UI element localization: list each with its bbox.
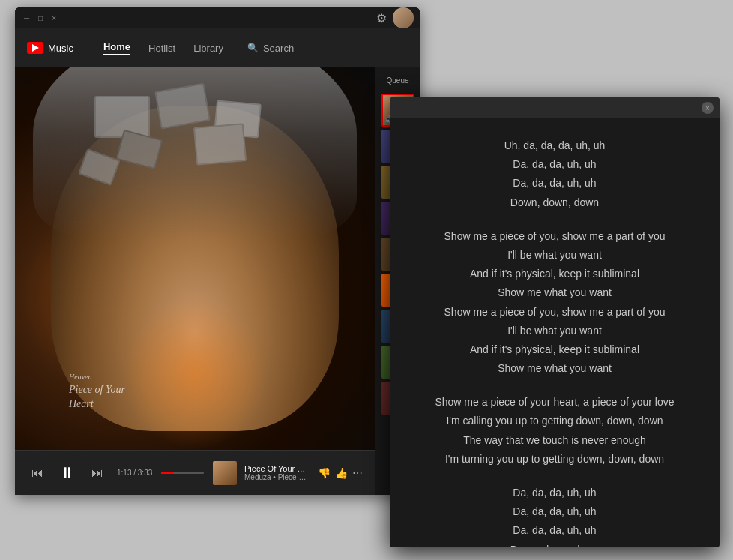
- lyric-line: I'll be what you want: [414, 322, 696, 340]
- track-artist: Meduza • Piece Of Your Heart • 2019: [244, 473, 310, 481]
- dislike-button[interactable]: 👎: [318, 467, 331, 479]
- skip-forward-button[interactable]: ⏭: [87, 463, 108, 484]
- youtube-music-window: ─ □ × ⚙ Music Home Hotlist Library 🔍 Sea…: [15, 7, 420, 495]
- lyric-line: Da, da, da, uh, uh: [414, 174, 696, 193]
- nav-hotlist[interactable]: Hotlist: [148, 43, 175, 54]
- logo-text: Music: [48, 43, 73, 54]
- lyrics-close-button[interactable]: ×: [702, 102, 714, 114]
- lyric-line: Uh, da, da, da, uh, uh: [414, 136, 696, 155]
- lyric-line: I'm calling you up to getting down, down…: [414, 412, 696, 430]
- settings-icon[interactable]: ⚙: [376, 11, 387, 25]
- progress-bar[interactable]: [161, 472, 204, 474]
- album-art-display: Heaven Piece of Your Heart: [15, 67, 375, 450]
- lyric-line: Down, down, down: [414, 193, 696, 212]
- lyric-line: Down, down, down: [414, 541, 696, 547]
- nav-library[interactable]: Library: [193, 43, 223, 54]
- pause-button[interactable]: ⏸: [57, 463, 78, 484]
- window-titlebar: ─ □ × ⚙: [15, 7, 420, 28]
- time-display: 1:13 / 3:33: [117, 469, 152, 477]
- search-label: Search: [263, 43, 294, 54]
- track-actions: 👎 👍 ⋯: [318, 467, 363, 479]
- video-player[interactable]: Heaven Piece of Your Heart: [15, 67, 375, 450]
- track-thumbnail: [213, 461, 237, 485]
- yt-music-logo: Music: [27, 42, 73, 54]
- lyric-line: Show me a piece of you, show me a part o…: [414, 303, 696, 322]
- lyric-line: Da, da, da, uh, uh: [414, 484, 696, 502]
- cameras-overlay: [69, 87, 321, 278]
- user-avatar[interactable]: [393, 7, 414, 28]
- youtube-icon: [27, 42, 43, 54]
- search-box[interactable]: 🔍 Search: [247, 43, 294, 54]
- lyric-line: Show me a piece of your heart, a piece o…: [414, 393, 696, 412]
- lyric-spacer: [414, 212, 696, 227]
- search-icon: 🔍: [247, 43, 259, 53]
- queue-header: Queue: [386, 73, 408, 91]
- navigation-bar: Music Home Hotlist Library 🔍 Search: [15, 28, 420, 67]
- lyrics-titlebar: ×: [390, 97, 720, 118]
- nav-home[interactable]: Home: [103, 41, 130, 55]
- video-main-area: Heaven Piece of Your Heart: [15, 67, 375, 495]
- track-info: Piece Of Your Heart Meduza • Piece Of Yo…: [213, 461, 363, 485]
- orange-glow: [123, 297, 267, 450]
- lyric-line: Show me what you want: [414, 359, 696, 378]
- main-content: Heaven Piece of Your Heart: [15, 67, 420, 495]
- maximize-btn[interactable]: □: [38, 14, 43, 22]
- lyric-line: And if it's physical, keep it subliminal: [414, 265, 696, 283]
- lyric-line: I'll be what you want: [414, 246, 696, 265]
- graffiti-overlay: Heaven Piece of Your Heart: [69, 372, 125, 412]
- track-text: Piece Of Your Heart Meduza • Piece Of Yo…: [244, 464, 310, 481]
- more-button[interactable]: ⋯: [352, 467, 363, 479]
- lyric-line: And if it's physical, keep it subliminal: [414, 340, 696, 359]
- minimize-btn[interactable]: ─: [24, 14, 29, 22]
- lyric-line: Da, da, da, uh, uh: [414, 521, 696, 540]
- close-btn[interactable]: ×: [52, 14, 56, 22]
- skip-back-button[interactable]: ⏮: [27, 463, 48, 484]
- lyric-line: Da, da, da, uh, uh: [414, 155, 696, 174]
- like-button[interactable]: 👍: [335, 467, 348, 479]
- lyric-line: The way that we touch is never enough: [414, 431, 696, 450]
- progress-fill: [161, 472, 174, 474]
- lyric-line: I'm turning you up to getting down, down…: [414, 450, 696, 469]
- lyric-line: Show me what you want: [414, 283, 696, 302]
- lyrics-content[interactable]: Uh, da, da, da, uh, uhDa, da, da, uh, uh…: [390, 118, 720, 547]
- player-controls: ⏮ ⏸ ⏭ 1:13 / 3:33 Piece Of Your Heart Me…: [15, 450, 375, 495]
- lyrics-window: × Uh, da, da, da, uh, uhDa, da, da, uh, …: [390, 97, 720, 547]
- lyric-spacer: [414, 469, 696, 484]
- lyric-line: Show me a piece of you, show me a part o…: [414, 227, 696, 246]
- track-title: Piece Of Your Heart: [244, 464, 310, 473]
- lyric-line: Da, da, da, uh, uh: [414, 502, 696, 521]
- lyric-spacer: [414, 378, 696, 393]
